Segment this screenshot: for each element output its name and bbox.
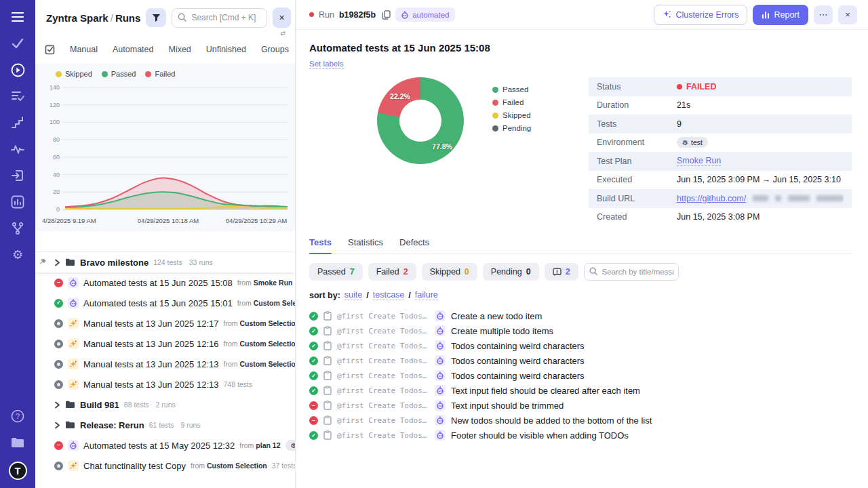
test-row[interactable]: @first Create Todos… Text input field sh… [309,383,852,398]
close-detail-button[interactable]: × [838,5,857,24]
test-suite-path[interactable]: @first Create Todos… [337,371,429,380]
legend-item[interactable]: Skipped [56,70,92,78]
chevron-right-icon[interactable] [54,259,60,266]
run-name[interactable]: Automated tests at 15 Jun 2025 15:01 [83,298,233,308]
from-value[interactable]: plan 12 [256,441,280,449]
status-filter-chip[interactable]: Passed 7 [309,263,363,281]
tab-tests[interactable]: Tests [309,237,332,253]
tests-search-input[interactable] [584,263,679,281]
test-title[interactable]: Create a new todo item [451,311,542,321]
run-name[interactable]: Bravo milestone [80,258,149,268]
test-suite-path[interactable]: @first Create Todos… [337,416,429,425]
panel-resize-icon[interactable]: ⇄ [280,30,285,37]
run-list-item[interactable]: Manual tests at 13 Jun 2025 12:17 fromCu… [35,313,295,333]
test-row[interactable]: @first Create Todos… Footer should be vi… [309,428,852,443]
test-plan-link[interactable]: Smoke Run [677,156,721,166]
run-name[interactable]: Build 981 [80,400,119,410]
import-run-icon[interactable] [10,168,25,183]
from-value[interactable]: Custom Selection [239,360,295,368]
copy-icon[interactable] [382,10,391,20]
runs-tab[interactable]: Unfinished [199,41,254,58]
legend-item[interactable]: Failed [145,70,175,78]
run-name[interactable]: Manual tests at 13 Jun 2025 12:16 [83,339,218,349]
run-list-item[interactable]: Bravo milestone 124 tests 33 runs ⚙ [35,252,295,272]
test-row[interactable]: @first Create Todos… Create multiple tod… [309,323,852,338]
from-value[interactable]: Custom Selection [254,299,295,307]
steps-icon[interactable] [10,115,25,130]
runs-play-icon[interactable] [10,62,25,77]
run-list-item[interactable]: Automated tests at 15 May 2025 12:32 fro… [35,435,295,455]
analytics-icon[interactable] [10,195,25,209]
environment-badge[interactable]: ⚙test [677,137,708,148]
legend-item[interactable]: Passed [102,70,136,78]
automated-badge[interactable]: automated [395,7,454,22]
test-suite-path[interactable]: @first Create Todos… [337,401,429,410]
test-title[interactable]: Text input field should be cleared after… [451,386,640,396]
breadcrumb-project[interactable]: Zyntra Spark [46,12,108,24]
git-branch-icon[interactable] [10,221,25,236]
run-list-item[interactable]: Automated tests at 15 Jun 2025 15:08 fro… [35,272,295,293]
test-row[interactable]: @first Create Todos… Text input should b… [309,398,852,413]
more-options-button[interactable]: ⋯ [814,5,833,24]
test-suite-path[interactable]: @first Create Todos… [337,342,429,350]
settings-gear-icon[interactable]: ⚙ [10,247,25,262]
run-list-item[interactable]: Release: Rerun 61 tests 9 runs ⚙ [35,415,295,435]
test-title[interactable]: Create multiple todo items [451,326,553,336]
environment-badge[interactable]: ⚙ test [285,440,296,451]
close-panel-button[interactable]: × [273,7,291,28]
runs-tab[interactable]: Automated [105,41,161,58]
runs-tab[interactable]: Mixed [161,41,198,58]
runs-tab[interactable]: Manual [62,41,105,58]
sort-option-link[interactable]: testcase [373,290,405,300]
test-suite-path[interactable]: @first Create Todos… [337,327,429,336]
sort-option-link[interactable]: suite [344,290,362,300]
sort-option-link[interactable]: failure [415,290,438,300]
from-value[interactable]: Custom Selection [207,462,267,470]
tab-statistics[interactable]: Statistics [348,237,383,253]
chevron-right-icon[interactable] [54,401,60,409]
run-list-item[interactable]: Manual tests at 13 Jun 2025 12:13 ⚙ 748 … [35,374,295,394]
test-title[interactable]: Todos containing weird characters [451,371,585,381]
run-list-item[interactable]: Manual tests at 13 Jun 2025 12:13 fromCu… [35,354,295,374]
from-value[interactable]: Smoke Run [254,279,293,287]
test-title[interactable]: New todos should be added to the bottom … [451,415,652,426]
tasks-check-icon[interactable] [10,36,25,51]
test-row[interactable]: @first Create Todos… Todos containing we… [309,368,852,383]
from-value[interactable]: Custom Selection [239,319,295,327]
test-list-icon[interactable] [10,89,25,104]
run-name[interactable]: Automated tests at 15 May 2025 12:32 [83,441,235,451]
run-list-item[interactable]: Automated tests at 15 Jun 2025 15:01 fro… [35,293,295,313]
test-title[interactable]: Text input should be trimmed [451,401,564,411]
chevron-right-icon[interactable] [54,422,60,429]
set-labels-link[interactable]: Set labels [309,60,344,69]
tab-defects[interactable]: Defects [399,237,429,253]
test-title[interactable]: Todos containing weird characters [451,356,585,366]
run-list-item[interactable]: Chat functinality test Copy fromCustom S… [35,455,295,476]
run-name[interactable]: Automated tests at 15 Jun 2025 15:08 [83,278,233,288]
run-name[interactable]: Manual tests at 13 Jun 2025 12:17 [83,319,218,329]
runs-tab[interactable]: Groups [254,41,296,58]
test-title[interactable]: Todos containing weird characters [451,341,585,351]
run-name[interactable]: Release: Rerun [80,420,144,430]
test-row[interactable]: @first Create Todos… New todos should be… [309,413,852,428]
status-filter-chip[interactable]: Skipped 0 [422,263,477,281]
run-list-item[interactable]: Manual tests at 13 Jun 2025 12:16 fromCu… [35,333,295,354]
test-suite-path[interactable]: @first Create Todos… [337,386,429,395]
run-name[interactable]: Chat functinality test Copy [83,461,186,471]
report-button[interactable]: Report [753,5,808,25]
help-icon[interactable]: ? [10,409,25,424]
menu-icon[interactable] [10,9,25,24]
build-url-link[interactable]: https://github.com/ [677,194,746,203]
run-name[interactable]: Manual tests at 13 Jun 2025 12:13 [83,359,218,369]
clusterize-errors-button[interactable]: Clusterize Errors [654,5,747,25]
projects-folder-icon[interactable] [10,435,25,450]
status-filter-chip[interactable]: Failed 2 [368,263,416,281]
status-filter-chip[interactable]: Pending 0 [483,263,539,281]
test-suite-path[interactable]: @first Create Todos… [337,312,429,321]
test-title[interactable]: Footer should be visible when adding TOD… [451,430,629,441]
run-name[interactable]: Manual tests at 13 Jun 2025 12:13 [83,380,218,390]
select-runs-icon[interactable] [45,44,56,55]
comments-filter-chip[interactable]: 2 [545,263,578,281]
pulse-activity-icon[interactable] [10,142,25,157]
test-row[interactable]: @first Create Todos… Todos containing we… [309,353,852,368]
